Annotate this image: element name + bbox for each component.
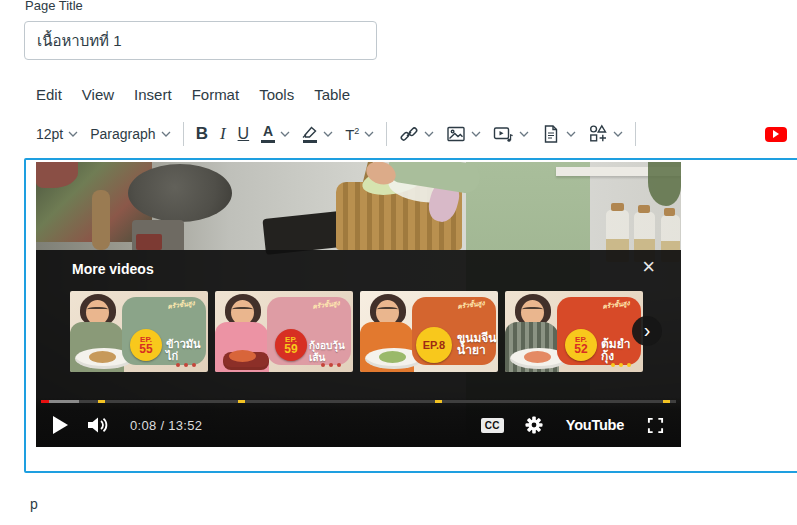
- settings-button[interactable]: [525, 416, 543, 434]
- episode-number: 52: [574, 344, 587, 355]
- chevron-down-icon: [566, 131, 576, 137]
- image-icon: [446, 124, 466, 144]
- video-thumbnail[interactable]: ครัวชั้นสูง EP.8 ขนมจีน น้ำยา: [360, 291, 498, 372]
- menu-view[interactable]: View: [82, 86, 114, 103]
- scene-shape: [638, 205, 650, 213]
- text-color-icon: A: [261, 125, 275, 143]
- toolbar-divider: [183, 122, 184, 146]
- media-button[interactable]: [487, 118, 535, 150]
- thumbnail-art: [89, 351, 116, 363]
- episode-prefix: EP.8: [423, 341, 445, 350]
- link-button[interactable]: [393, 118, 440, 150]
- page-title-input[interactable]: [24, 21, 377, 60]
- scene-shape: [386, 167, 459, 206]
- thumbnail-title: ข้าวมันไก่: [166, 338, 205, 362]
- controls-row: 0:08 / 13:52 CC: [36, 403, 681, 447]
- image-button[interactable]: [440, 118, 487, 150]
- media-icon: [493, 124, 514, 144]
- menu-format[interactable]: Format: [192, 86, 240, 103]
- thumbnail-art: [522, 307, 543, 313]
- menu-tools[interactable]: Tools: [259, 86, 294, 103]
- document-button[interactable]: [535, 118, 582, 150]
- chevron-down-icon: [280, 131, 290, 137]
- dots-decoration: [611, 363, 631, 367]
- play-button[interactable]: [53, 416, 68, 434]
- text-color-button[interactable]: A: [255, 118, 296, 150]
- chevron-down-icon: [613, 131, 623, 137]
- scene-shape: [611, 203, 624, 211]
- underline-button[interactable]: U: [232, 118, 256, 150]
- scene-shape: [36, 162, 78, 188]
- scene-shape: [136, 234, 162, 250]
- dots-decoration: [466, 363, 486, 367]
- thumbnail-title: ต้มยำกุ้ง: [601, 338, 640, 362]
- volume-button[interactable]: [87, 416, 111, 434]
- scene-shape: [262, 209, 361, 255]
- font-size-value: 12pt: [36, 126, 63, 142]
- scene-shape: [386, 162, 482, 195]
- scene-shape: [425, 177, 463, 225]
- chevron-down-icon: [161, 131, 171, 137]
- italic-button[interactable]: I: [214, 118, 232, 150]
- youtube-player: More videos × ครัวชั้นสูง EP.: [36, 162, 681, 447]
- thumbnail-art: [524, 351, 551, 363]
- superscript-icon: T2: [345, 126, 359, 143]
- episode-number: 59: [284, 344, 297, 355]
- toolbar-divider: [635, 122, 636, 146]
- chevron-down-icon: [519, 131, 529, 137]
- thumbnail-art: [232, 307, 253, 313]
- menu-insert[interactable]: Insert: [134, 86, 172, 103]
- chevron-down-icon: [471, 131, 481, 137]
- document-icon: [541, 124, 561, 144]
- menu-table[interactable]: Table: [314, 86, 350, 103]
- youtube-logo-button[interactable]: YouTube: [566, 416, 624, 434]
- scene-shape: [36, 162, 152, 242]
- captions-button[interactable]: CC: [481, 418, 504, 433]
- link-icon: [399, 124, 419, 144]
- chevron-down-icon: [424, 131, 434, 137]
- editor-content-area[interactable]: More videos × ครัวชั้นสูง EP.: [24, 158, 797, 473]
- editor-menubar: Edit View Insert Format Tools Table: [36, 86, 350, 103]
- more-videos-title: More videos: [72, 261, 154, 277]
- episode-number: 55: [139, 344, 152, 355]
- element-path[interactable]: p: [30, 496, 38, 512]
- scene-shape: [427, 162, 445, 218]
- font-size-select[interactable]: 12pt: [30, 118, 84, 150]
- superscript-button[interactable]: T2: [339, 118, 380, 150]
- volume-icon: [87, 416, 111, 434]
- scene-shape: [354, 162, 374, 218]
- chevron-down-icon: [364, 131, 374, 137]
- video-thumbnail-row: ครัวชั้นสูง EP. 55 ข้าวมันไก่: [70, 291, 643, 372]
- youtube-tool-button[interactable]: [757, 118, 793, 150]
- scene-shape: [336, 182, 462, 250]
- scene-shape: [360, 163, 426, 199]
- player-controls: 0:08 / 13:52 CC: [36, 397, 681, 447]
- dots-decoration: [176, 363, 196, 367]
- scene-shape: [128, 164, 232, 222]
- close-icon[interactable]: ×: [642, 253, 655, 281]
- controls-right: CC: [481, 416, 664, 434]
- video-thumbnail[interactable]: ครัวชั้นสูง EP. 55 ข้าวมันไก่: [70, 291, 208, 372]
- thumbnail-art: [229, 350, 256, 362]
- chevron-down-icon: [68, 131, 78, 137]
- episode-badge: EP. 52: [565, 329, 597, 361]
- rce-page-editor: Page Title Edit View Insert Format Tools…: [0, 0, 797, 525]
- page-title-label: Page Title: [25, 0, 83, 13]
- thumbnail-art: [87, 307, 108, 313]
- video-thumbnail[interactable]: ครัวชั้นสูง EP. 59 กุ้งอบวุ้นเส้น: [215, 291, 353, 372]
- editor-toolbar: 12pt Paragraph B I U A T2: [30, 114, 793, 154]
- episode-badge: EP. 59: [275, 329, 307, 361]
- thumbnail-title: ขนมจีน น้ำยา: [457, 332, 495, 356]
- highlight-color-button[interactable]: [296, 118, 339, 150]
- toolbar-divider: [386, 122, 387, 146]
- menu-edit[interactable]: Edit: [36, 86, 62, 103]
- video-thumbnail[interactable]: ครัวชั้นสูง EP. 52 ต้มยำกุ้ง: [505, 291, 643, 372]
- next-videos-button[interactable]: ›: [632, 316, 662, 346]
- thumbnail-art: [377, 307, 398, 313]
- thumbnail-art: [379, 351, 406, 363]
- fullscreen-button[interactable]: [647, 417, 664, 434]
- bold-button[interactable]: B: [190, 118, 214, 150]
- paragraph-format-select[interactable]: Paragraph: [84, 118, 176, 150]
- scene-shape: [363, 162, 398, 188]
- apps-button[interactable]: [582, 118, 629, 150]
